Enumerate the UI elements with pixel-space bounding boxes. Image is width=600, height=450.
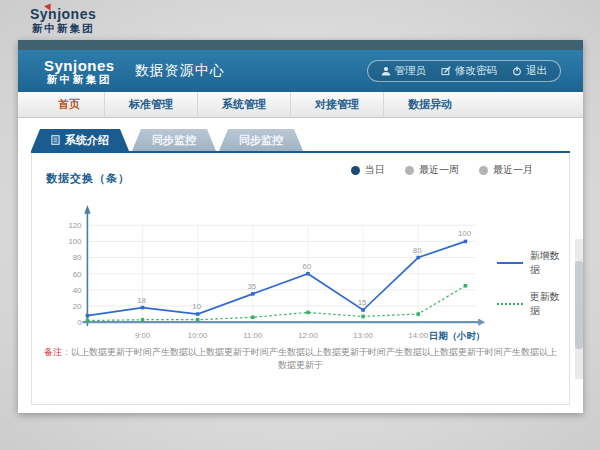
line-chart: 0204060801001209:0010:0011:0012:0013:001…: [50, 187, 487, 347]
svg-text:0: 0: [77, 318, 82, 327]
radio-dot-icon: [479, 166, 488, 175]
header-brand-name: Synjones: [44, 58, 115, 73]
canvas-brand-company: 新中新集团: [30, 22, 96, 36]
y-axis-title: 数据交换（条）: [46, 171, 130, 186]
radio-最近一月[interactable]: 最近一月: [479, 163, 533, 177]
user-menu-修改密码[interactable]: 修改密码: [441, 64, 497, 78]
main-nav: 首页标准管理系统管理对接管理数据异动: [18, 92, 583, 118]
chart-panel: 当日最近一周最近一月 数据交换（条） 0204060801001209:0010…: [31, 153, 570, 405]
window-top-strip: [18, 40, 583, 50]
svg-text:10: 10: [192, 302, 201, 311]
tab-系统介绍-0[interactable]: 系统介绍: [31, 129, 129, 151]
svg-text:20: 20: [73, 302, 82, 311]
user-menu-管理员[interactable]: 管理员: [381, 64, 427, 78]
svg-text:10:00: 10:00: [188, 331, 208, 340]
svg-text:60: 60: [303, 262, 312, 271]
legend-新增数据: 新增数据: [497, 249, 569, 277]
header-brand-logo: Synjones 新中新集团: [44, 58, 115, 85]
tab-同步监控-1[interactable]: 同步监控: [132, 129, 216, 151]
svg-text:15: 15: [358, 298, 367, 307]
scrollbar[interactable]: [575, 239, 583, 379]
chart-legend: 新增数据更新数据: [497, 249, 569, 347]
radio-dot-icon: [405, 166, 414, 175]
radio-最近一周[interactable]: 最近一周: [405, 163, 459, 177]
canvas-brand-name: Synjones: [30, 6, 96, 22]
svg-text:11:00: 11:00: [243, 331, 263, 340]
nav-item-系统管理[interactable]: 系统管理: [198, 92, 291, 117]
app-window: Synjones 新中新集团 数据资源中心 管理员修改密码退出 首页标准管理系统…: [18, 40, 583, 413]
svg-text:80: 80: [73, 254, 82, 263]
doc-icon: [51, 135, 60, 145]
radio-dot-icon: [351, 166, 360, 175]
radio-当日[interactable]: 当日: [351, 163, 385, 177]
svg-text:12:00: 12:00: [298, 331, 318, 340]
svg-text:100: 100: [458, 229, 472, 238]
svg-text:40: 40: [73, 286, 82, 295]
svg-text:60: 60: [73, 270, 82, 279]
power-icon: [512, 66, 522, 76]
svg-text:35: 35: [247, 282, 256, 291]
edit-icon: [441, 66, 451, 76]
svg-text:80: 80: [413, 246, 422, 255]
svg-text:14:00: 14:00: [408, 331, 428, 340]
footnote-label: 备注: [44, 347, 62, 357]
legend-line-icon: [497, 303, 523, 305]
scrollbar-thumb[interactable]: [575, 261, 583, 349]
nav-item-对接管理[interactable]: 对接管理: [291, 92, 384, 117]
nav-item-数据异动[interactable]: 数据异动: [384, 92, 476, 117]
svg-text:9:00: 9:00: [135, 331, 151, 340]
legend-line-icon: [497, 262, 523, 264]
svg-text:120: 120: [68, 221, 82, 230]
svg-text:13:00: 13:00: [353, 331, 373, 340]
legend-更新数据: 更新数据: [497, 290, 569, 318]
nav-item-标准管理[interactable]: 标准管理: [105, 92, 198, 117]
canvas-brand-logo: Synjones 新中新集团: [30, 6, 96, 36]
tab-同步监控-2[interactable]: 同步监控: [219, 129, 303, 151]
user-menu-退出[interactable]: 退出: [512, 64, 547, 78]
svg-text:日期（小时）: 日期（小时）: [429, 330, 485, 342]
user-menu: 管理员修改密码退出: [367, 60, 562, 82]
svg-text:18: 18: [137, 296, 146, 305]
nav-item-首页[interactable]: 首页: [34, 92, 105, 117]
user-icon: [381, 66, 391, 76]
svg-text:100: 100: [68, 237, 82, 246]
header-brand-company: 新中新集团: [44, 73, 115, 85]
range-filter: 当日最近一周最近一月: [351, 163, 533, 177]
tab-bar: 系统介绍同步监控同步监控: [31, 129, 583, 151]
page-title: 数据资源中心: [135, 62, 225, 80]
footnote-text: ：以上数据更新于时间产生数据以上数据更新于时间产生数据以上数据更新于时间产生数据…: [62, 347, 557, 370]
chart-area: 0204060801001209:0010:0011:0012:0013:001…: [50, 187, 569, 347]
app-header: Synjones 新中新集团 数据资源中心 管理员修改密码退出: [18, 50, 583, 92]
main-content: 系统介绍同步监控同步监控 当日最近一周最近一月 数据交换（条） 02040608…: [18, 129, 583, 405]
footnote: 备注：以上数据更新于时间产生数据以上数据更新于时间产生数据以上数据更新于时间产生…: [42, 346, 559, 372]
